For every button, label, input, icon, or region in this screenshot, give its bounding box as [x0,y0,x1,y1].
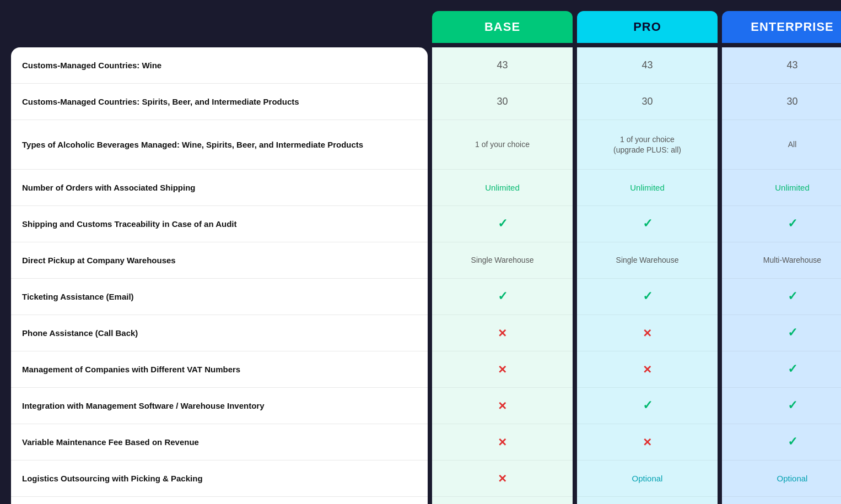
check-icon: ✓ [788,216,797,232]
header-enterprise: ENTERPRISE [722,11,841,43]
base-value-cell: ✕ [432,460,573,497]
header-row: BASE PRO ENTERPRISE [11,11,830,43]
check-icon: ✓ [643,216,653,232]
check-icon: ✓ [498,216,508,232]
check-icon: ✓ [788,398,797,414]
pro-value-cell: 1 of your choice(upgrade PLUS: all) [577,120,718,170]
pro-value-cell: ✕ [577,351,718,388]
unlimited-value: Unlimited [630,182,665,193]
feature-cell: Number of Orders with Associated Shippin… [11,170,428,206]
pro-value-cell: 43 [577,47,718,84]
text-value: 1 of your choice [475,139,530,149]
pro-value-cell: ✕ [577,424,718,460]
pro-value-cell: Single Warehouse [577,242,718,279]
cross-icon: ✕ [498,399,507,413]
pro-value-cell: ✕ [577,315,718,351]
enterprise-value-cell: 43 [722,47,841,84]
body-row: Customs-Managed Countries: WineCustoms-M… [11,47,830,504]
feature-cell: Phone Assistance (Call Back) [11,315,428,351]
unlimited-value: Unlimited [775,182,810,193]
feature-cell: Direct Pickup at Company Warehouses [11,242,428,279]
enterprise-value-cell: ✓ [722,388,841,424]
cross-icon: ✕ [498,435,507,449]
cross-icon: ✕ [498,472,507,486]
pro-value-cell: ✓ [577,388,718,424]
base-value-cell: Unlimited [432,170,573,206]
number-value: 30 [786,95,797,108]
feature-cell: Ticketing Assistance (Email) [11,279,428,315]
text-value: 1 of your choice(upgrade PLUS: all) [613,134,681,154]
enterprise-value-cell: ✓ [722,351,841,388]
number-value: 30 [641,95,653,108]
base-value-cell: ✕ [432,388,573,424]
enterprise-value-cell: All [722,120,841,170]
feature-cell: Types of Alcoholic Beverages Managed: Wi… [11,120,428,170]
feature-cell: Customs-Managed Countries: Wine [11,47,428,84]
number-value: 43 [786,59,797,72]
warehouse-value: Single Warehouse [471,255,534,265]
optional-value: Optional [632,473,663,484]
pro-value-cell: 30 [577,84,718,120]
feature-cell: Logistics Outsourcing with Picking & Pac… [11,460,428,497]
check-icon: ✓ [788,289,797,305]
pro-value-cell: Optional [577,460,718,497]
base-column: 43301 of your choiceUnlimited✓Single War… [432,47,573,504]
feature-cell: Variable Maintenance Fee Based on Revenu… [11,424,428,460]
cross-icon: ✕ [498,326,507,340]
base-value-cell: ✕ [432,424,573,460]
pro-value-cell: Optional [577,497,718,504]
base-value-cell: 1 of your choice [432,120,573,170]
base-value-cell: ✓ [432,206,573,242]
enterprise-value-cell: ✓ [722,315,841,351]
cross-icon: ✕ [643,362,652,377]
cross-icon: ✕ [643,435,652,449]
cross-icon: ✕ [498,362,507,377]
feature-cell: Shipping and Customs Traceability in Cas… [11,206,428,242]
base-value-cell: ✕ [432,351,573,388]
base-value-cell: 30 [432,84,573,120]
check-icon: ✓ [788,325,797,341]
base-value-cell: ✕ [432,315,573,351]
base-value-cell: ✓ [432,279,573,315]
unlimited-value: Unlimited [485,182,520,193]
enterprise-value-cell: ✓ [722,497,841,504]
feature-cell: Customs-Managed Countries: Spirits, Beer… [11,84,428,120]
text-value: All [788,139,797,149]
pro-value-cell: Unlimited [577,170,718,206]
enterprise-value-cell: ✓ [722,206,841,242]
pro-column: 43301 of your choice(upgrade PLUS: all)U… [577,47,718,504]
base-value-cell: Single Warehouse [432,242,573,279]
enterprise-column: 4330AllUnlimited✓Multi-Warehouse✓✓✓✓✓Opt… [722,47,841,504]
number-value: 43 [497,59,508,72]
number-value: 43 [641,59,653,72]
header-pro: PRO [577,11,718,43]
cross-icon: ✕ [643,326,652,340]
optional-value: Optional [777,473,808,484]
check-icon: ✓ [788,434,797,450]
enterprise-value-cell: 30 [722,84,841,120]
check-icon: ✓ [643,289,653,305]
base-value-cell: ✕ [432,497,573,504]
header-base: BASE [432,11,573,43]
check-icon: ✓ [788,361,797,377]
warehouse-value: Single Warehouse [616,255,679,265]
feature-column: Customs-Managed Countries: WineCustoms-M… [11,47,428,504]
pro-value-cell: ✓ [577,279,718,315]
comparison-table: BASE PRO ENTERPRISE Customs-Managed Coun… [11,11,830,504]
enterprise-value-cell: Optional [722,460,841,497]
enterprise-value-cell: Multi-Warehouse [722,242,841,279]
feature-cell: Integration with Management Software / W… [11,388,428,424]
feature-cell: Management of Companies with Different V… [11,351,428,388]
header-empty-cell [11,11,428,43]
number-value: 30 [497,95,508,108]
pro-value-cell: ✓ [577,206,718,242]
check-icon: ✓ [498,289,508,305]
warehouse-value: Multi-Warehouse [763,255,821,265]
enterprise-value-cell: ✓ [722,279,841,315]
enterprise-value-cell: ✓ [722,424,841,460]
feature-cell: Available for Multi-Site / Multi-Shop Do… [11,497,428,504]
base-value-cell: 43 [432,47,573,84]
enterprise-value-cell: Unlimited [722,170,841,206]
check-icon: ✓ [643,398,653,414]
